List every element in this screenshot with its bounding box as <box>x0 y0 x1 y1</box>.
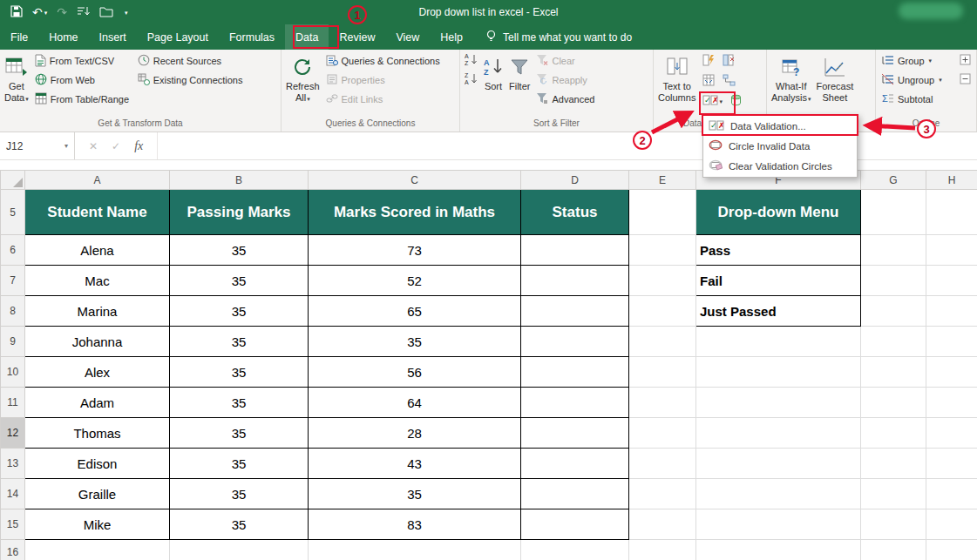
cell-e10[interactable] <box>629 357 696 388</box>
cell-b6[interactable]: 35 <box>170 235 309 266</box>
row-header-10[interactable]: 10 <box>1 357 25 388</box>
hide-detail-button[interactable] <box>957 71 974 90</box>
cancel-button[interactable]: ✕ <box>89 140 98 152</box>
subtotal-button[interactable]: ΣSubtotal <box>878 90 946 109</box>
menu-item-clear-validation-circles[interactable]: Clear Validation Circles <box>703 156 857 176</box>
cell-d9[interactable] <box>521 327 629 357</box>
cell-a10[interactable]: Alex <box>25 357 170 388</box>
cell-f5[interactable]: Drop-down Menu <box>696 190 861 235</box>
existing-connections-button[interactable]: Existing Connections <box>134 71 247 90</box>
save-button[interactable] <box>10 5 23 19</box>
cell-f10[interactable] <box>696 357 861 388</box>
cell-c13[interactable]: 43 <box>309 449 521 479</box>
cell-g10[interactable] <box>861 357 926 388</box>
from-web-button[interactable]: From Web <box>31 71 134 90</box>
cell-f9[interactable] <box>696 327 861 357</box>
row-header-15[interactable]: 15 <box>1 509 25 540</box>
cell-g16[interactable] <box>861 540 926 560</box>
cell-g6[interactable] <box>861 235 926 266</box>
row-header-14[interactable]: 14 <box>1 479 25 509</box>
cell-h12[interactable] <box>926 418 977 449</box>
cell-b10[interactable]: 35 <box>170 357 309 388</box>
cell-a13[interactable]: Edison <box>25 449 170 479</box>
col-header-e[interactable]: E <box>629 171 696 190</box>
cell-d13[interactable] <box>521 449 629 479</box>
qat-customize-button[interactable]: ▾ <box>123 10 128 16</box>
cell-h6[interactable] <box>926 235 977 266</box>
data-validation-button[interactable]: ✓✗▾ <box>700 92 725 111</box>
cell-f12[interactable] <box>696 418 861 449</box>
refresh-all-button[interactable]: Refresh All▾ <box>283 51 322 105</box>
tab-home[interactable]: Home <box>38 24 88 50</box>
cell-e11[interactable] <box>629 388 696 418</box>
cell-e9[interactable] <box>629 327 696 357</box>
cell-c5[interactable]: Marks Scored in Maths <box>309 190 521 235</box>
cell-c14[interactable]: 35 <box>309 479 521 509</box>
cell-f13[interactable] <box>696 449 861 479</box>
row-header-13[interactable]: 13 <box>1 449 25 479</box>
col-header-h[interactable]: H <box>926 171 977 190</box>
row-header-11[interactable]: 11 <box>1 388 25 418</box>
tab-insert[interactable]: Insert <box>89 24 137 50</box>
cell-c9[interactable]: 35 <box>309 327 521 357</box>
cell-b7[interactable]: 35 <box>170 266 309 296</box>
cell-e12[interactable] <box>629 418 696 449</box>
cell-d6[interactable] <box>521 235 629 266</box>
col-header-g[interactable]: G <box>861 171 926 190</box>
cell-d8[interactable] <box>521 296 629 327</box>
remove-duplicates-button[interactable] <box>720 52 738 71</box>
cell-d5[interactable]: Status <box>521 190 629 235</box>
cell-g9[interactable] <box>861 327 926 357</box>
row-header-7[interactable]: 7 <box>1 266 25 296</box>
tab-file[interactable]: File <box>0 24 38 50</box>
cell-g14[interactable] <box>861 479 926 509</box>
cell-d10[interactable] <box>521 357 629 388</box>
cell-c16[interactable] <box>309 540 521 560</box>
row-header-5[interactable]: 5 <box>1 190 25 235</box>
from-text-csv-button[interactable]: From Text/CSV <box>31 51 134 71</box>
cell-e5[interactable] <box>629 190 696 235</box>
cell-h13[interactable] <box>926 449 977 479</box>
menu-item-circle-invalid-data[interactable]: Circle Invalid Data <box>703 136 857 156</box>
cell-g5[interactable] <box>861 190 926 235</box>
enter-button[interactable]: ✓ <box>112 140 120 152</box>
forecast-sheet-button[interactable]: Forecast Sheet <box>813 51 856 104</box>
col-header-a[interactable]: A <box>25 171 170 190</box>
cell-c7[interactable]: 52 <box>309 266 521 296</box>
name-box[interactable]: J12 ▾ <box>0 132 75 159</box>
cell-a11[interactable]: Adam <box>25 388 170 418</box>
cell-g12[interactable] <box>861 418 926 449</box>
queries-connections-button[interactable]: Queries & Connections <box>322 51 444 71</box>
open-folder-button[interactable] <box>99 6 113 19</box>
cell-e6[interactable] <box>629 235 696 266</box>
row-header-12[interactable]: 12 <box>1 418 25 449</box>
sort-button[interactable]: AZ Sort <box>480 51 506 92</box>
cell-h14[interactable] <box>926 479 977 509</box>
cell-c11[interactable]: 64 <box>309 388 521 418</box>
row-header-8[interactable]: 8 <box>1 296 25 327</box>
cell-h15[interactable] <box>926 509 977 540</box>
properties-button[interactable]: Properties <box>322 71 444 90</box>
cell-c8[interactable]: 65 <box>309 296 521 327</box>
cell-b16[interactable] <box>170 540 309 560</box>
cell-f16[interactable] <box>696 540 861 560</box>
cell-f8[interactable]: Just Passed <box>696 296 861 327</box>
cell-b9[interactable]: 35 <box>170 327 309 357</box>
cell-b8[interactable]: 35 <box>170 296 309 327</box>
tab-data[interactable]: Data <box>285 24 329 50</box>
cell-b14[interactable]: 35 <box>170 479 309 509</box>
menu-item-data-validation[interactable]: ✓✗ Data Validation... <box>703 116 857 136</box>
col-header-d[interactable]: D <box>521 171 629 190</box>
cell-a16[interactable] <box>25 540 170 560</box>
cell-h11[interactable] <box>926 388 977 418</box>
flash-fill-button[interactable] <box>700 52 718 71</box>
cell-d12[interactable] <box>521 418 629 449</box>
sort-descending-button[interactable]: ZA <box>462 71 480 90</box>
row-header-6[interactable]: 6 <box>1 235 25 266</box>
cell-e15[interactable] <box>629 509 696 540</box>
cell-e8[interactable] <box>629 296 696 327</box>
recent-sources-button[interactable]: Recent Sources <box>134 51 247 71</box>
cell-f6[interactable]: Pass <box>696 235 861 266</box>
cell-h5[interactable] <box>926 190 977 235</box>
row-header-16[interactable]: 16 <box>1 540 25 560</box>
